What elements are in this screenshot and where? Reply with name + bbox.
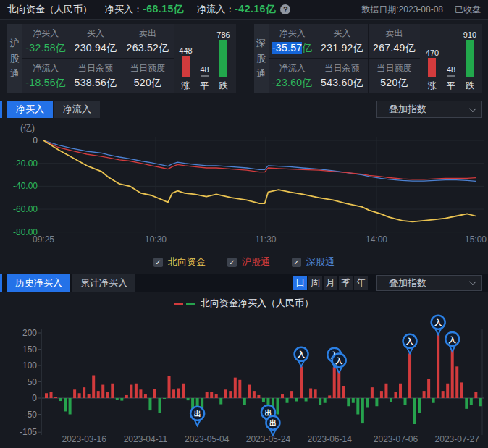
- legend-label: 沪股通: [242, 255, 270, 269]
- bar: [305, 398, 308, 402]
- period-button-周[interactable]: 周: [308, 276, 322, 290]
- checkbox-checked-icon[interactable]: ✓: [227, 258, 237, 267]
- help-icon[interactable]: ?: [280, 4, 290, 14]
- panel-沪股通: 沪股通净买入-32.58亿买入230.94亿卖出263.52亿净流入-18.56…: [7, 24, 236, 93]
- panel-cell: 净流入-18.56亿: [22, 59, 70, 93]
- updown-count: 48: [200, 65, 209, 74]
- cell-value: -35.57亿: [272, 42, 313, 55]
- overlay-index-label: 叠加指数: [389, 103, 426, 116]
- updown-caption: 平: [201, 80, 209, 92]
- cell-value: 230.94亿: [75, 42, 117, 55]
- panel-cells: 净买入-32.58亿买入230.94亿卖出263.52亿净流入-18.56亿当日…: [22, 24, 174, 93]
- panel-vertical-label: 深股通: [254, 24, 269, 93]
- history-tab-1[interactable]: 累计净买入: [72, 274, 135, 292]
- svg-text:入: 入: [405, 337, 414, 345]
- marker-pin-in: 入: [295, 347, 308, 367]
- bar: [309, 389, 312, 399]
- bar: [356, 398, 359, 415]
- bar: [54, 397, 57, 398]
- checkbox-checked-icon[interactable]: ✓: [153, 258, 163, 267]
- bar: [139, 389, 142, 398]
- flow-tab-1[interactable]: 净流入: [54, 101, 100, 118]
- panel-cell: 卖出267.49亿: [369, 24, 420, 58]
- period-button-季[interactable]: 季: [339, 276, 353, 290]
- accent-bar: [0, 101, 2, 118]
- updown-caption: 跌: [466, 80, 474, 92]
- updown-stack: 910: [463, 30, 476, 77]
- x-tick-label: 10:30: [145, 234, 167, 245]
- updown-bar: [182, 56, 190, 77]
- history-legend: 北向资金净买入（人民币）: [0, 296, 488, 310]
- x-tick-label: 11:30: [255, 234, 276, 245]
- bar: [390, 398, 392, 402]
- cell-value: 263.52亿: [127, 42, 169, 55]
- updown-caption: 平: [447, 80, 455, 92]
- series-line-沪股通: [43, 140, 476, 179]
- panel-cell: 当日额度520亿: [122, 59, 174, 93]
- cell-label: 当日额度: [377, 62, 412, 75]
- y-tick-label: -40.00: [13, 181, 38, 191]
- cell-label: 卖出: [139, 28, 156, 40]
- advance-decline-widget: 470涨48平910跌: [420, 24, 482, 93]
- updown-bar: [201, 75, 209, 77]
- history-tabbar: 历史净买入累计净买入 日周月季年 叠加指数: [0, 274, 488, 292]
- bar: [59, 398, 62, 401]
- legend-item-沪股通[interactable]: ✓沪股通: [227, 255, 270, 269]
- bar: [120, 398, 123, 401]
- cell-label: 净流入: [33, 62, 59, 75]
- net-buy-value: -68.15亿: [143, 3, 184, 16]
- legend-item-深股通[interactable]: ✓深股通: [292, 255, 335, 269]
- updown-stack: 48: [200, 30, 209, 77]
- period-button-年[interactable]: 年: [354, 276, 368, 290]
- updown-col-up: 448涨: [177, 30, 195, 92]
- x-tick-label: 2023-03-16: [62, 434, 106, 444]
- updown-caption: 跌: [219, 80, 228, 92]
- net-buy-summary: 净买入： -68.15亿: [105, 3, 184, 16]
- flow-tab-0[interactable]: 净买入: [7, 101, 53, 118]
- series-legend: ✓北向资金✓沪股通✓深股通: [0, 252, 488, 272]
- bar: [460, 382, 463, 398]
- panel-cell: 净买入-32.58亿: [22, 24, 70, 58]
- bar: [125, 395, 128, 398]
- bar: [352, 398, 355, 403]
- marker-pin-out: 出: [190, 407, 204, 426]
- net-flow-value: -42.16亿: [235, 3, 276, 16]
- bar: [224, 389, 227, 398]
- overlay-index-dropdown[interactable]: 叠加指数: [376, 101, 482, 118]
- updown-col-up: 470涨: [424, 30, 441, 92]
- marker-pin-in: 入: [445, 332, 459, 352]
- chevron-down-icon-2: [469, 278, 476, 285]
- updown-bar: [466, 40, 474, 77]
- bar: [168, 376, 171, 398]
- overlay-index-dropdown-2[interactable]: 叠加指数: [376, 275, 482, 291]
- bar: [88, 394, 91, 398]
- panel-cell: 买入231.92亿: [316, 24, 368, 58]
- panel-cells: 净买入-35.57亿买入231.92亿卖出267.49亿净流入-23.60亿当日…: [269, 24, 421, 93]
- bar: [163, 398, 166, 399]
- x-tick-label: 2023-05-04: [185, 434, 230, 444]
- updown-caption: 涨: [428, 80, 437, 92]
- panel-cell: 当日余额543.60亿: [316, 59, 368, 93]
- bar: [130, 385, 132, 398]
- history-tab-0[interactable]: 历史净买入: [7, 274, 70, 292]
- updown-stack: 448: [179, 30, 192, 77]
- intraday-chart: (亿) 0-20.00-40.00-60.00-80.0009:2510:301…: [0, 118, 488, 252]
- legend-item-北向资金[interactable]: ✓北向资金: [153, 255, 206, 269]
- period-button-月[interactable]: 月: [324, 276, 337, 290]
- bar: [314, 389, 317, 398]
- bar: [73, 389, 76, 398]
- y-tick-label: 200: [22, 328, 37, 338]
- cell-value: -32.58亿: [25, 42, 66, 55]
- bar: [219, 398, 222, 405]
- checkbox-checked-icon[interactable]: ✓: [292, 258, 301, 267]
- y-tick-label: 0: [33, 135, 38, 145]
- bar: [281, 394, 284, 398]
- panel-cell: 净流入-23.60亿: [269, 59, 316, 93]
- period-button-日[interactable]: 日: [293, 276, 307, 290]
- accent-bar-2: [0, 274, 2, 292]
- cell-label: 当日额度: [130, 62, 165, 75]
- bar: [253, 391, 256, 398]
- advance-decline-widget: 448涨48平786跌: [174, 24, 236, 93]
- bar: [101, 385, 104, 398]
- updown-stack: 48: [447, 30, 455, 77]
